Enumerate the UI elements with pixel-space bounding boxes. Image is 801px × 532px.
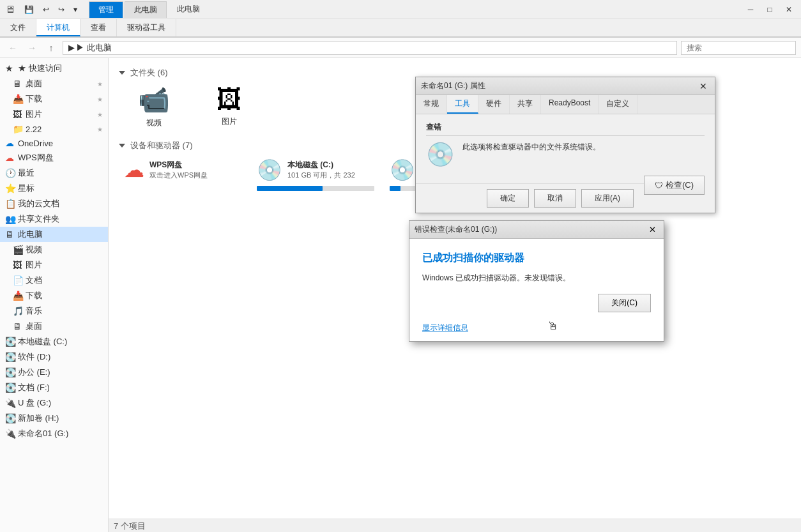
properties-content: 查错 💿 此选项将检查驱动器中的文件系统错误。 🛡 检查(C) [416, 114, 715, 183]
maximize-button[interactable]: □ [760, 0, 779, 19]
sidebar-item-shared[interactable]: 👥 共享文件夹 [0, 211, 108, 227]
sidebar-drive-f[interactable]: 💽 文档 (F:) [0, 380, 108, 395]
sidebar-item-desktop[interactable]: 🖥 桌面 ★ [0, 76, 108, 91]
redo-button[interactable]: ↪ [54, 4, 68, 15]
music-icon: 🎵 [13, 306, 23, 316]
recent-icon: 🕐 [5, 168, 15, 178]
sidebar-item-recent[interactable]: 🕐 最近 [0, 165, 108, 181]
sidebar-item-music[interactable]: 🎵 音乐 [0, 303, 108, 319]
errcheck-btn-row: 关闭(C) [422, 294, 651, 312]
breadcrumb-this-pc[interactable]: ▶ 此电脑 [76, 42, 112, 54]
sidebar-item-222[interactable]: 📁 2.22 ★ [0, 122, 108, 136]
tab-file[interactable]: 文件 [0, 19, 36, 36]
drive-d-icon: 💽 [5, 352, 15, 362]
sidebar-item-cloud-docs[interactable]: 📋 我的云文档 [0, 196, 108, 211]
dropdown-button[interactable]: ▾ [70, 4, 81, 15]
sidebar: ★ ★ 快速访问 🖥 桌面 ★ 📥 下载 ★ 🖼 图片 ★ 📁 2.22 ★ ☁… [0, 58, 109, 532]
forward-button[interactable]: → [24, 40, 40, 56]
sidebar-item-pics[interactable]: 🖼 图片 [0, 257, 108, 273]
sidebar-item-this-pc[interactable]: 🖥 此电脑 [0, 227, 108, 242]
properties-tab-readyboost[interactable]: ReadyBoost [541, 95, 599, 114]
sidebar-drive-g[interactable]: 🔌 U 盘 (G:) [0, 395, 108, 411]
dl-icon: 📥 [13, 291, 23, 301]
properties-tab-custom[interactable]: 自定义 [599, 95, 637, 114]
tab-manage[interactable]: 管理 [89, 1, 123, 18]
properties-tab-tools[interactable]: 工具 [447, 95, 478, 114]
title-bar-tabs: 管理 此电脑 [89, 1, 167, 18]
folder-item-video[interactable]: 📹 视频 [119, 81, 189, 132]
errcheck-detail-link[interactable]: 显示详细信息 [422, 323, 468, 332]
sidebar-drive-e[interactable]: 💽 办公 (E:) [0, 365, 108, 380]
back-button[interactable]: ← [5, 40, 20, 56]
apply-button[interactable]: 应用(A) [581, 189, 634, 208]
cloud-docs-icon: 📋 [5, 199, 15, 209]
properties-close-button[interactable]: ✕ [697, 80, 710, 93]
errcheck-link-row: 显示详细信息 🖱 [422, 320, 651, 333]
search-input[interactable] [681, 41, 796, 55]
folder-pictures-icon: 🖼 [217, 85, 242, 114]
close-button[interactable]: ✕ [779, 0, 798, 19]
tab-computer[interactable]: 计算机 [36, 19, 80, 36]
sidebar-item-dl[interactable]: 📥 下载 [0, 288, 108, 303]
pics-icon: 🖼 [13, 260, 23, 270]
sidebar-item-videos[interactable]: 🎬 视频 [0, 242, 108, 257]
drive-g-icon: 🔌 [5, 398, 15, 408]
drive-item-wps[interactable]: ☁ WPS网盘 双击进入WPS网盘 [119, 154, 247, 195]
sidebar-item-downloads[interactable]: 📥 下载 ★ [0, 91, 108, 107]
docs-icon: 📄 [13, 275, 23, 285]
starred-icon: ⭐ [5, 183, 15, 194]
sidebar-drive-unnamed[interactable]: 🔌 未命名01 (G:) [0, 426, 108, 441]
pictures-icon: 🖼 [13, 109, 23, 119]
minimize-button[interactable]: ─ [741, 0, 760, 19]
sidebar-item-onedrive[interactable]: ☁ OneDrive [0, 136, 108, 150]
errcheck-dialog[interactable]: 错误检查(未命名01 (G:)) ✕ 已成功扫描你的驱动器 Windows 已成… [409, 220, 664, 342]
folder-video-icon: 📹 [138, 85, 170, 115]
save-button[interactable]: 💾 [20, 4, 38, 15]
address-path[interactable]: ▶ ▶ 此电脑 [63, 41, 677, 55]
up-button[interactable]: ↑ [43, 40, 59, 56]
drive-c-icon: 💽 [5, 337, 15, 347]
errcheck-close-button[interactable]: 关闭(C) [598, 294, 651, 312]
desktop-icon: 🖥 [13, 79, 23, 89]
properties-tab-hardware[interactable]: 硬件 [478, 95, 510, 114]
cancel-button[interactable]: 取消 [534, 189, 576, 208]
errcheck-close-btn-x[interactable]: ✕ [646, 224, 659, 236]
properties-title: 未命名01 (G:) 属性 [421, 80, 697, 91]
tab-drive-tools[interactable]: 驱动器工具 [117, 19, 176, 36]
breadcrumb-home: ▶ [68, 43, 75, 52]
sidebar-drive-h[interactable]: 💽 新加卷 (H:) [0, 411, 108, 426]
sidebar-drive-c[interactable]: 💽 本地磁盘 (C:) [0, 334, 108, 349]
sidebar-drive-d[interactable]: 💽 软件 (D:) [0, 349, 108, 365]
sidebar-item-docs[interactable]: 📄 文档 [0, 273, 108, 288]
window-title: 此电脑 [177, 4, 200, 15]
drive-f-icon: 💽 [5, 383, 15, 393]
drive-c-bar [257, 186, 323, 191]
this-pc-icon: 🖥 [5, 229, 15, 239]
drive-item-c[interactable]: 💿 本地磁盘 (C:) 101 GB 可用，共 232 [252, 154, 379, 195]
errcheck-desc: Windows 已成功扫描驱动器。未发现错误。 [422, 273, 651, 284]
ribbon: 文件 计算机 查看 驱动器工具 [0, 19, 801, 38]
wps-cloud-icon: ☁ [5, 153, 15, 163]
errcheck-heading: 已成功扫描你的驱动器 [422, 252, 651, 265]
sidebar-item-starred[interactable]: ⭐ 星标 [0, 181, 108, 196]
properties-tab-general[interactable]: 常规 [416, 95, 447, 114]
tab-view[interactable]: 查看 [80, 19, 117, 36]
shield-icon: 🛡 [655, 181, 663, 190]
check-button[interactable]: 🛡 检查(C) [644, 176, 705, 195]
undo-button[interactable]: ↩ [39, 4, 53, 15]
ok-button[interactable]: 确定 [487, 189, 529, 208]
properties-tab-share[interactable]: 共享 [510, 95, 541, 114]
sidebar-item-pictures[interactable]: 🖼 图片 ★ [0, 107, 108, 122]
tab-this-pc[interactable]: 此电脑 [125, 1, 167, 18]
folder-item-pictures[interactable]: 🖼 图片 [194, 81, 264, 132]
properties-dialog[interactable]: 未命名01 (G:) 属性 ✕ 常规 工具 硬件 共享 ReadyBoost 自… [415, 77, 715, 213]
download-icon: 📥 [13, 94, 23, 104]
quick-access-toolbar: 💾 ↩ ↪ ▾ [20, 4, 81, 15]
cursor-icon: 🖱 [547, 320, 559, 333]
shared-icon: 👥 [5, 214, 15, 224]
sidebar-item-wps-cloud[interactable]: ☁ WPS网盘 [0, 150, 108, 165]
sidebar-item-desk[interactable]: 🖥 桌面 [0, 319, 108, 334]
error-section-title: 查错 [426, 122, 705, 136]
sidebar-quick-access[interactable]: ★ ★ 快速访问 [0, 61, 108, 76]
errcheck-title: 错误检查(未命名01 (G:)) [415, 224, 646, 235]
